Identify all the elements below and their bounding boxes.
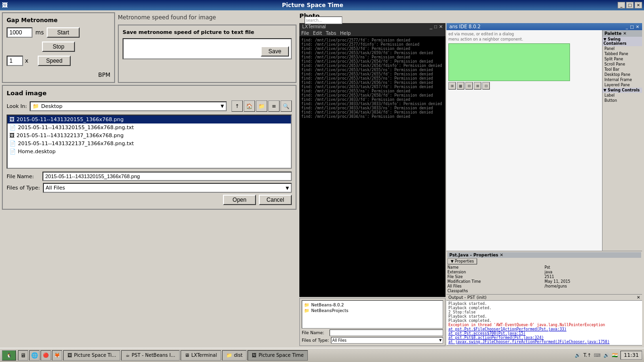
palette-item[interactable]: Desktop Pane (603, 72, 642, 77)
files-of-type-value: All Files (46, 185, 65, 191)
taskbar-item-dist[interactable]: 📁 dist (222, 350, 247, 361)
terminal-maximize[interactable]: □ (434, 24, 437, 29)
nb-tool-5[interactable]: ⊡ (482, 82, 490, 90)
new-folder-button[interactable]: 📁 (256, 100, 267, 112)
output-error-text: Exception in thread 'AWT-EventQueue-0' j… (448, 323, 605, 327)
nb-minimize[interactable]: _ (626, 25, 628, 29)
minimize-button[interactable]: _ (618, 2, 625, 8)
save-text-area[interactable]: Save (123, 38, 292, 59)
palette-item[interactable]: Tabbed Pane (603, 51, 642, 57)
window-controls[interactable]: _ □ ✕ (618, 2, 642, 8)
nb-form-design (448, 43, 570, 81)
output-text: Playback started. (448, 302, 487, 306)
taskbar-item-netbeans[interactable]: ☕ PST - NetBeans I... (121, 350, 179, 361)
look-in-combo[interactable]: 📁 Desktop ▼ (30, 101, 227, 111)
close-button[interactable]: ✕ (635, 2, 642, 8)
properties-header: Pst.Java - Properties ✕ (447, 252, 641, 258)
multiplier-input[interactable] (7, 56, 23, 66)
volume-icon[interactable]: 🔊 (575, 353, 580, 358)
inner-filetype-combo[interactable]: All Files ▼ (331, 337, 443, 344)
speed-button[interactable]: Speed (38, 56, 71, 66)
output-link[interactable]: at javax.swing.JFileChooser.fireActionPe… (448, 340, 610, 344)
files-of-type-label: Files of Type: (7, 185, 40, 191)
terminal-minimize[interactable]: _ (429, 24, 432, 29)
nb-tool-2[interactable]: ▦ (457, 82, 464, 90)
nb-tool-3[interactable]: ⊟ (465, 82, 473, 90)
nb-maximize[interactable]: □ (630, 25, 634, 29)
terminal-line: find: /mnt/live/proc/2653/task/2654/fd':… (301, 59, 444, 64)
terminal-container: LXTerminal _ □ ✕ File Edit Tabs Help f (299, 23, 446, 346)
files-of-type-combo[interactable]: All Files ▼ (43, 183, 292, 193)
stop-button[interactable]: Stop (42, 41, 75, 52)
metronome-speed-text: Metronome speed found for image (118, 12, 297, 23)
title-bar-left: 🖼 (2, 0, 8, 10)
output-link[interactable]: at pst.Pst.$FileChooser1ActionPerformed(… (448, 327, 566, 331)
cancel-button[interactable]: Cancel (259, 195, 292, 205)
palette-item[interactable]: Label (603, 93, 642, 98)
list-view-button[interactable]: ≡ (268, 100, 280, 112)
palette-item[interactable]: Tool Bar (603, 67, 642, 72)
taskbar: 🐧 🖥 🌐 🔴 🦊 🖼 Picture Space Ti... ☕ PST - … (0, 348, 644, 362)
terminal-line: find: /mnt/live/proc/3034/ns': Permissio… (301, 115, 444, 119)
start-button[interactable]: Start (47, 27, 80, 38)
file-item[interactable]: 📄 2015-05-11--1431322137_1366x768.png.tx… (8, 140, 291, 148)
inner-folder-name: NetBeansProjects (311, 308, 348, 313)
file-item[interactable]: 📄 2015-05-11--1431320155_1366x768.png.tx… (8, 123, 291, 132)
nb-tool-1[interactable]: ⊞ (448, 82, 456, 90)
taskbar-label-picture: Picture Space Ti... (74, 353, 116, 358)
palette-header: Palette ✕ (603, 30, 642, 37)
menu-help[interactable]: Help (340, 31, 351, 36)
maximize-button[interactable]: □ (626, 2, 634, 8)
taskbar-item-picture-space[interactable]: 🖼 Picture Space Time (248, 350, 308, 361)
menu-tabs[interactable]: Tabs (326, 31, 336, 36)
terminal-close[interactable]: ✕ (439, 24, 443, 29)
palette-item[interactable]: Scroll Pane (603, 62, 642, 67)
output-link[interactable]: at pst.Pst$8.actionPerformed(Pst.java:32… (448, 336, 544, 340)
tray-icon-1[interactable]: 🖥 (18, 350, 28, 361)
palette-item[interactable]: Layered Pane (603, 82, 642, 88)
file-item[interactable]: 📄 Home.desktop (8, 148, 291, 156)
save-button[interactable]: Save (261, 46, 289, 57)
taskbar-item-pst-picture[interactable]: 🖼 Picture Space Ti... (63, 350, 120, 361)
taskbar-icon-picture-space: 🖼 (252, 353, 256, 358)
tray-icon-4[interactable]: 🦊 (52, 350, 62, 361)
gap-value-input[interactable] (7, 27, 33, 38)
stop-row: Stop (7, 41, 110, 52)
file-browser[interactable]: 🖼 2015-05-11--1431320155_1366x768.png 📄 … (7, 115, 292, 169)
speaker-icon[interactable]: 🔊 (603, 353, 609, 358)
palette-item[interactable]: Button (603, 98, 642, 103)
open-button[interactable]: Open (223, 195, 256, 205)
properties-tab[interactable]: ▼ Properties (447, 258, 477, 264)
inner-filename-field[interactable] (330, 329, 443, 336)
detail-view-button[interactable]: 🔍 (281, 100, 292, 112)
taskbar-icon-netbeans: ☕ (125, 353, 130, 358)
prop-allfiles-label: All Files (447, 284, 544, 288)
prop-ext-value: java (545, 270, 641, 274)
look-in-row: Look In: 📁 Desktop ▼ ↑ 🏠 📁 ≡ 🔍 (7, 100, 292, 112)
nb-close[interactable]: ✕ (636, 25, 639, 29)
inner-filetype-value: All Files (332, 338, 347, 343)
menu-file[interactable]: File (301, 31, 309, 36)
nb-tool-4[interactable]: ⊞ (474, 82, 481, 90)
palette-group: ▼ Swing Containers (603, 37, 642, 46)
home-button[interactable]: 🏠 (244, 100, 255, 112)
taskbar-item-terminal[interactable]: 🖥 LXTerminal (181, 350, 222, 361)
file-item[interactable]: 🖼 2015-05-11--1431320155_1366x768.png (8, 115, 291, 123)
tray-icon-2[interactable]: 🌐 (29, 350, 40, 361)
inner-folder-icon: 📁 (304, 308, 309, 313)
palette-item[interactable]: Panel (603, 46, 642, 51)
up-folder-button[interactable]: ↑ (231, 100, 243, 112)
tray-icon-3[interactable]: 🔴 (41, 350, 51, 361)
palette-item[interactable]: Split Pane (603, 57, 642, 62)
output-link[interactable]: at pst.Pst.access$700(Pst.java:15) (448, 331, 526, 336)
file-item[interactable]: 🖼 2015-05-11--1431322137_1366x768.png (8, 132, 291, 140)
output-line: at pst.Pst.$FileChooser1ActionPerformed(… (448, 327, 640, 331)
palette-item[interactable]: Internal Frame (603, 77, 642, 82)
output-content: Playback started. Playback completed. 2 … (446, 301, 642, 345)
terminal-title: LXTerminal (302, 24, 326, 29)
start-menu-button[interactable]: 🐧 (2, 350, 16, 361)
terminal-line: find: /mnt/live/proc/3033/task/3033/fdin… (301, 102, 444, 106)
gap-metronome-title: Gap Metronome (7, 17, 110, 24)
file-name-input[interactable] (42, 172, 292, 181)
menu-edit[interactable]: Edit (313, 31, 322, 36)
